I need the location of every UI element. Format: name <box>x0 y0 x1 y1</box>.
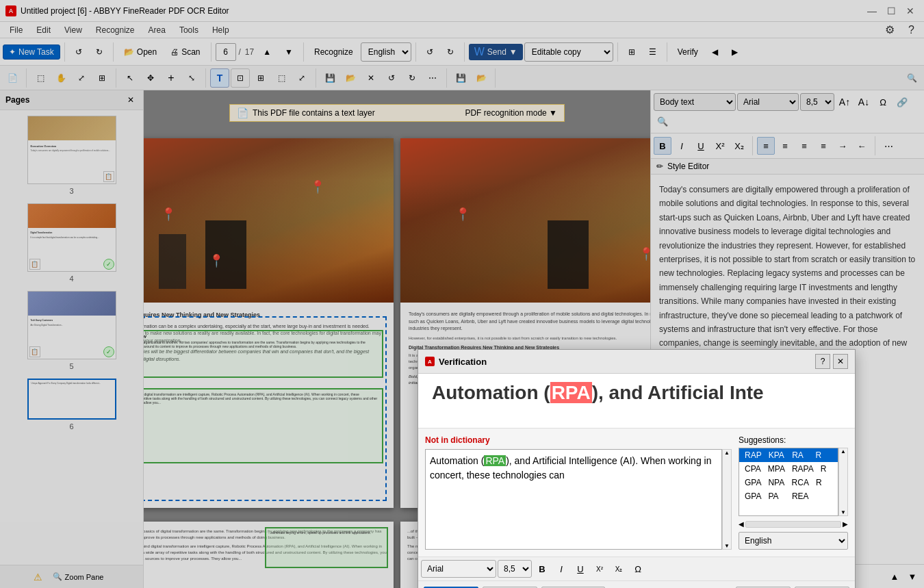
horizontal-scrollbar[interactable] <box>745 521 841 528</box>
sug-col-2-3: R <box>813 477 835 488</box>
suggestions-wrapper: RAP KPA RA R CPA MPA RAPA R GPA <box>739 448 848 516</box>
dialog-left: Not in dictionary Automation (RPA), and … <box>425 435 732 550</box>
dialog-body: Not in dictionary Automation (RPA), and … <box>418 429 855 557</box>
scroll-right-icon[interactable]: ▶ <box>843 520 848 528</box>
rpa-highlight: RPA <box>550 382 592 403</box>
sug-col-3-0: GPA <box>742 491 764 502</box>
language-wrapper: English <box>739 532 848 550</box>
sug-scrollbar-h: ◀ ▶ <box>739 520 848 528</box>
text-scrollbar[interactable]: ▲ ▼ <box>722 449 732 550</box>
dialog-action-buttons: Skip Skip All Add to Dictionary Replace … <box>418 580 855 588</box>
not-in-dict-label: Not in dictionary <box>425 435 732 445</box>
dialog-app-icon: A <box>425 357 435 366</box>
dialog-language-select[interactable]: English <box>739 532 848 550</box>
sug-col-2-2: RCA <box>789 477 812 488</box>
suggestion-item-2[interactable]: GPA NPA RCA R <box>739 476 838 489</box>
suggestions-list: RAP KPA RA R CPA MPA RAPA R GPA <box>739 448 838 516</box>
sug-col-0-1: KPA <box>766 450 788 461</box>
suggestions-label: Suggestions: <box>739 435 848 445</box>
dialog-bold-button[interactable]: B <box>533 560 551 578</box>
suggestions-scrollbar[interactable]: ▲ ▼ <box>838 448 848 516</box>
dialog-close-button[interactable]: ✕ <box>833 354 848 369</box>
dialog-text-wrapper: Automation (RPA), and Artificial Intelli… <box>425 449 732 550</box>
suggestion-item-3[interactable]: GPA PA REA <box>739 489 838 503</box>
sug-col-3-1: PA <box>765 491 787 502</box>
dialog-underline-button[interactable]: U <box>572 560 589 578</box>
dialog-sub-button[interactable]: X₂ <box>610 560 628 578</box>
dialog-italic-button[interactable]: I <box>552 560 570 578</box>
sug-col-3-3 <box>813 491 835 502</box>
dialog-format-bar: Arial 8,5 B I U X² X₂ Ω <box>418 557 855 580</box>
sug-col-0-0: RAP <box>742 450 765 461</box>
sug-col-3-2: REA <box>789 491 812 502</box>
dialog-omega-button[interactable]: Ω <box>629 560 647 578</box>
verification-dialog: A Verification ? ✕ Automation (RPA), and… <box>418 349 856 588</box>
suggestion-item-0[interactable]: RAP KPA RA R <box>739 448 838 462</box>
dialog-overlay: A Verification ? ✕ Automation (RPA), and… <box>0 0 924 588</box>
dialog-text-area[interactable]: Automation (RPA), and Artificial Intelli… <box>425 449 722 550</box>
sug-col-1-3: R <box>818 463 835 474</box>
dialog-font-size-select[interactable]: 8,5 <box>498 560 532 578</box>
dialog-right: Suggestions: RAP KPA RA R CPA MPA RAPA <box>739 435 848 550</box>
rpa-highlight-2: RPA <box>484 455 506 466</box>
dialog-help-button[interactable]: ? <box>815 354 830 369</box>
sug-col-0-3: R <box>813 450 835 461</box>
dialog-title-text: Verification <box>439 357 487 367</box>
sug-col-1-0: CPA <box>742 463 764 474</box>
dialog-titlebar: A Verification ? ✕ <box>418 350 855 374</box>
suggestion-item-1[interactable]: CPA MPA RAPA R <box>739 462 838 476</box>
sug-col-2-1: NPA <box>765 477 787 488</box>
dialog-preview: Automation (RPA), and Artificial Inte <box>418 374 855 429</box>
dialog-super-button[interactable]: X² <box>591 560 608 578</box>
dialog-controls[interactable]: ? ✕ <box>815 354 848 369</box>
dialog-title-left: A Verification <box>425 357 487 367</box>
scroll-left-icon[interactable]: ◀ <box>739 520 744 528</box>
sug-col-2-0: GPA <box>742 477 764 488</box>
sug-col-1-1: MPA <box>765 463 788 474</box>
dialog-font-select[interactable]: Arial <box>421 560 496 578</box>
sug-col-0-2: RA <box>789 450 811 461</box>
sug-col-1-2: RAPA <box>789 463 817 474</box>
